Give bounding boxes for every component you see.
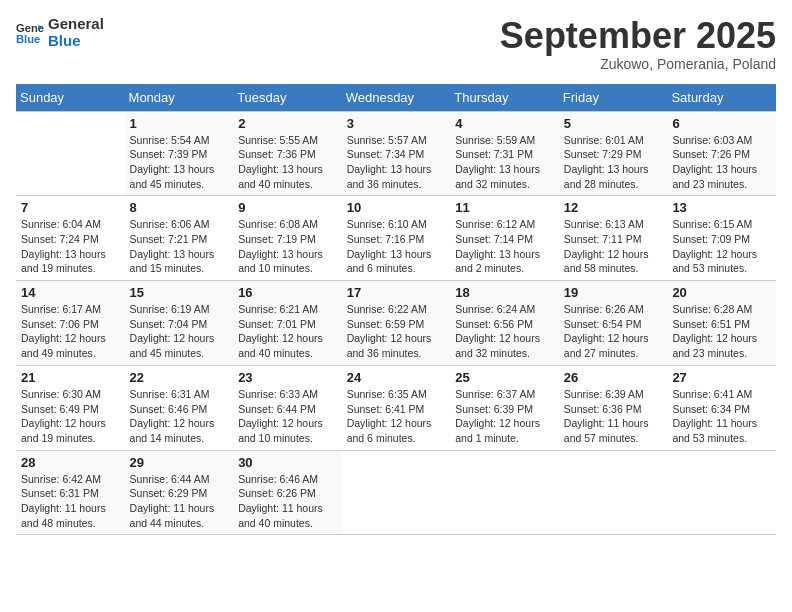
day-info: Sunrise: 6:41 AMSunset: 6:34 PMDaylight:… [672, 387, 771, 446]
header-day-tuesday: Tuesday [233, 84, 342, 112]
logo-line1: General [48, 16, 104, 33]
day-info: Sunrise: 6:46 AMSunset: 6:26 PMDaylight:… [238, 472, 337, 531]
day-number: 15 [130, 285, 229, 300]
header-day-wednesday: Wednesday [342, 84, 451, 112]
calendar-table: SundayMondayTuesdayWednesdayThursdayFrid… [16, 84, 776, 536]
calendar-cell: 23Sunrise: 6:33 AMSunset: 6:44 PMDayligh… [233, 365, 342, 450]
calendar-cell: 6Sunrise: 6:03 AMSunset: 7:26 PMDaylight… [667, 111, 776, 196]
calendar-cell: 21Sunrise: 6:30 AMSunset: 6:49 PMDayligh… [16, 365, 125, 450]
calendar-cell: 9Sunrise: 6:08 AMSunset: 7:19 PMDaylight… [233, 196, 342, 281]
day-number: 17 [347, 285, 446, 300]
day-info: Sunrise: 6:03 AMSunset: 7:26 PMDaylight:… [672, 133, 771, 192]
week-row-2: 7Sunrise: 6:04 AMSunset: 7:24 PMDaylight… [16, 196, 776, 281]
week-row-5: 28Sunrise: 6:42 AMSunset: 6:31 PMDayligh… [16, 450, 776, 535]
calendar-cell: 4Sunrise: 5:59 AMSunset: 7:31 PMDaylight… [450, 111, 559, 196]
calendar-cell: 3Sunrise: 5:57 AMSunset: 7:34 PMDaylight… [342, 111, 451, 196]
calendar-cell: 16Sunrise: 6:21 AMSunset: 7:01 PMDayligh… [233, 281, 342, 366]
calendar-cell: 14Sunrise: 6:17 AMSunset: 7:06 PMDayligh… [16, 281, 125, 366]
day-number: 9 [238, 200, 337, 215]
day-info: Sunrise: 6:15 AMSunset: 7:09 PMDaylight:… [672, 217, 771, 276]
day-info: Sunrise: 6:30 AMSunset: 6:49 PMDaylight:… [21, 387, 120, 446]
day-info: Sunrise: 6:10 AMSunset: 7:16 PMDaylight:… [347, 217, 446, 276]
calendar-cell: 8Sunrise: 6:06 AMSunset: 7:21 PMDaylight… [125, 196, 234, 281]
svg-text:Blue: Blue [16, 32, 40, 44]
day-info: Sunrise: 6:33 AMSunset: 6:44 PMDaylight:… [238, 387, 337, 446]
day-info: Sunrise: 6:24 AMSunset: 6:56 PMDaylight:… [455, 302, 554, 361]
calendar-cell: 30Sunrise: 6:46 AMSunset: 6:26 PMDayligh… [233, 450, 342, 535]
calendar-cell: 17Sunrise: 6:22 AMSunset: 6:59 PMDayligh… [342, 281, 451, 366]
month-title: September 2025 [500, 16, 776, 56]
day-number: 10 [347, 200, 446, 215]
day-info: Sunrise: 6:06 AMSunset: 7:21 PMDaylight:… [130, 217, 229, 276]
day-info: Sunrise: 6:13 AMSunset: 7:11 PMDaylight:… [564, 217, 663, 276]
day-info: Sunrise: 6:22 AMSunset: 6:59 PMDaylight:… [347, 302, 446, 361]
day-info: Sunrise: 6:26 AMSunset: 6:54 PMDaylight:… [564, 302, 663, 361]
day-info: Sunrise: 5:57 AMSunset: 7:34 PMDaylight:… [347, 133, 446, 192]
location-subtitle: Zukowo, Pomerania, Poland [500, 56, 776, 72]
day-info: Sunrise: 6:35 AMSunset: 6:41 PMDaylight:… [347, 387, 446, 446]
calendar-cell: 13Sunrise: 6:15 AMSunset: 7:09 PMDayligh… [667, 196, 776, 281]
calendar-cell: 27Sunrise: 6:41 AMSunset: 6:34 PMDayligh… [667, 365, 776, 450]
calendar-cell: 7Sunrise: 6:04 AMSunset: 7:24 PMDaylight… [16, 196, 125, 281]
day-number: 4 [455, 116, 554, 131]
day-number: 27 [672, 370, 771, 385]
day-number: 14 [21, 285, 120, 300]
calendar-body: 1Sunrise: 5:54 AMSunset: 7:39 PMDaylight… [16, 111, 776, 535]
calendar-cell [667, 450, 776, 535]
calendar-cell [16, 111, 125, 196]
calendar-cell: 15Sunrise: 6:19 AMSunset: 7:04 PMDayligh… [125, 281, 234, 366]
header-day-sunday: Sunday [16, 84, 125, 112]
header-row: SundayMondayTuesdayWednesdayThursdayFrid… [16, 84, 776, 112]
calendar-cell: 5Sunrise: 6:01 AMSunset: 7:29 PMDaylight… [559, 111, 668, 196]
day-info: Sunrise: 6:19 AMSunset: 7:04 PMDaylight:… [130, 302, 229, 361]
day-info: Sunrise: 6:31 AMSunset: 6:46 PMDaylight:… [130, 387, 229, 446]
day-info: Sunrise: 6:08 AMSunset: 7:19 PMDaylight:… [238, 217, 337, 276]
header-day-thursday: Thursday [450, 84, 559, 112]
day-number: 16 [238, 285, 337, 300]
day-info: Sunrise: 6:28 AMSunset: 6:51 PMDaylight:… [672, 302, 771, 361]
week-row-4: 21Sunrise: 6:30 AMSunset: 6:49 PMDayligh… [16, 365, 776, 450]
day-number: 8 [130, 200, 229, 215]
day-number: 20 [672, 285, 771, 300]
calendar-cell: 19Sunrise: 6:26 AMSunset: 6:54 PMDayligh… [559, 281, 668, 366]
day-info: Sunrise: 6:01 AMSunset: 7:29 PMDaylight:… [564, 133, 663, 192]
day-number: 29 [130, 455, 229, 470]
day-info: Sunrise: 6:42 AMSunset: 6:31 PMDaylight:… [21, 472, 120, 531]
calendar-cell: 1Sunrise: 5:54 AMSunset: 7:39 PMDaylight… [125, 111, 234, 196]
calendar-cell [450, 450, 559, 535]
day-info: Sunrise: 6:21 AMSunset: 7:01 PMDaylight:… [238, 302, 337, 361]
day-number: 12 [564, 200, 663, 215]
day-info: Sunrise: 6:44 AMSunset: 6:29 PMDaylight:… [130, 472, 229, 531]
day-number: 19 [564, 285, 663, 300]
calendar-cell: 24Sunrise: 6:35 AMSunset: 6:41 PMDayligh… [342, 365, 451, 450]
day-number: 7 [21, 200, 120, 215]
calendar-cell: 18Sunrise: 6:24 AMSunset: 6:56 PMDayligh… [450, 281, 559, 366]
calendar-cell: 11Sunrise: 6:12 AMSunset: 7:14 PMDayligh… [450, 196, 559, 281]
day-number: 26 [564, 370, 663, 385]
calendar-cell: 25Sunrise: 6:37 AMSunset: 6:39 PMDayligh… [450, 365, 559, 450]
day-number: 22 [130, 370, 229, 385]
calendar-cell: 10Sunrise: 6:10 AMSunset: 7:16 PMDayligh… [342, 196, 451, 281]
day-number: 13 [672, 200, 771, 215]
day-info: Sunrise: 6:17 AMSunset: 7:06 PMDaylight:… [21, 302, 120, 361]
calendar-cell [342, 450, 451, 535]
logo-line2: Blue [48, 33, 104, 50]
day-info: Sunrise: 6:39 AMSunset: 6:36 PMDaylight:… [564, 387, 663, 446]
calendar-cell: 2Sunrise: 5:55 AMSunset: 7:36 PMDaylight… [233, 111, 342, 196]
day-number: 28 [21, 455, 120, 470]
logo-icon: General Blue [16, 19, 44, 47]
day-info: Sunrise: 5:55 AMSunset: 7:36 PMDaylight:… [238, 133, 337, 192]
day-number: 11 [455, 200, 554, 215]
day-number: 25 [455, 370, 554, 385]
week-row-3: 14Sunrise: 6:17 AMSunset: 7:06 PMDayligh… [16, 281, 776, 366]
day-number: 18 [455, 285, 554, 300]
page-header: General Blue General Blue September 2025… [16, 16, 776, 72]
day-number: 23 [238, 370, 337, 385]
day-number: 21 [21, 370, 120, 385]
day-info: Sunrise: 6:12 AMSunset: 7:14 PMDaylight:… [455, 217, 554, 276]
calendar-cell [559, 450, 668, 535]
calendar-cell: 29Sunrise: 6:44 AMSunset: 6:29 PMDayligh… [125, 450, 234, 535]
calendar-cell: 26Sunrise: 6:39 AMSunset: 6:36 PMDayligh… [559, 365, 668, 450]
day-number: 6 [672, 116, 771, 131]
calendar-cell: 22Sunrise: 6:31 AMSunset: 6:46 PMDayligh… [125, 365, 234, 450]
